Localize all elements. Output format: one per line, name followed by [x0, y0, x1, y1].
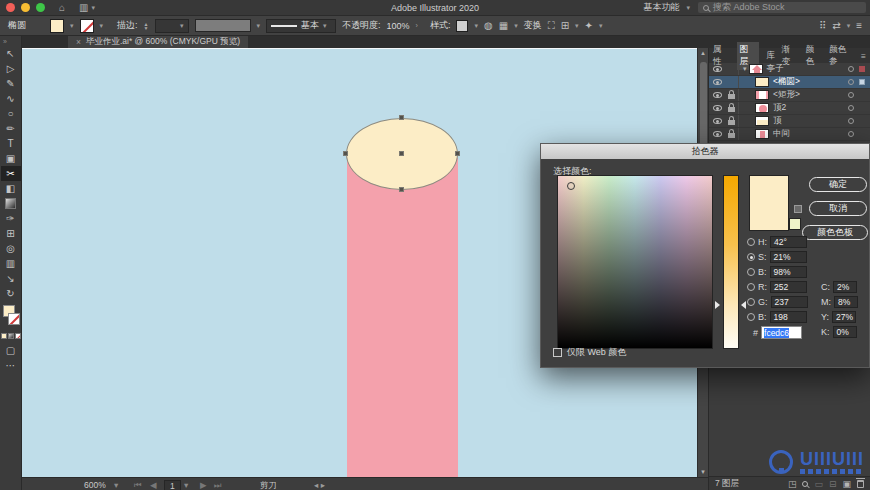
color-mode-buttons[interactable] [1, 333, 21, 339]
minimize-window-button[interactable] [21, 3, 30, 12]
b2-value-field[interactable]: 198 [770, 311, 807, 323]
fill-stroke-indicator[interactable] [1, 305, 21, 331]
layer-name[interactable]: 顶 [773, 115, 782, 127]
artboard-number-field[interactable]: 1 [164, 480, 181, 490]
chevron-down-icon[interactable]: ▾ [575, 22, 579, 30]
layer-name[interactable]: <矩形> [773, 89, 800, 101]
s-value-field[interactable]: 21% [770, 251, 807, 263]
rotate-view-tool[interactable]: ↻ [1, 286, 21, 301]
layer-name[interactable]: 顶2 [773, 102, 786, 114]
home-icon[interactable]: ⌂ [59, 2, 65, 13]
chevron-down-icon[interactable]: ▾ [257, 22, 261, 30]
new-layer-icon[interactable]: ▣ [842, 479, 851, 489]
type-tool[interactable]: T [1, 136, 21, 151]
align-objects-icon[interactable]: ⊞ [561, 20, 569, 31]
g-radio[interactable] [747, 298, 755, 306]
layer-row[interactable]: 顶2 [709, 102, 870, 115]
visibility-eye-icon[interactable] [713, 79, 722, 85]
transform-label[interactable]: 变换 [524, 19, 542, 32]
ok-button[interactable]: 确定 [809, 177, 867, 192]
layer-name[interactable]: <椭圆> [773, 76, 800, 88]
target-circle[interactable] [848, 131, 854, 137]
close-window-button[interactable] [6, 3, 15, 12]
target-circle[interactable] [848, 66, 854, 72]
fill-color-swatch[interactable] [50, 19, 64, 33]
layer-thumbnail[interactable] [755, 103, 769, 113]
dialog-title[interactable]: 拾色器 [541, 144, 869, 159]
bounding-box-icon[interactable]: ⛶ [548, 20, 555, 32]
chevron-right-icon[interactable]: › [416, 22, 418, 29]
arrange-documents-icon[interactable]: ▥ [79, 2, 88, 13]
share-icon[interactable]: ⇄ [832, 20, 840, 31]
layer-row-selected[interactable]: <椭圆> [709, 76, 870, 89]
document-setup-icon[interactable]: ◍ [484, 20, 493, 31]
direct-selection-tool[interactable]: ▷ [1, 61, 21, 76]
slice-tool[interactable]: ▥ [1, 256, 21, 271]
h-radio[interactable] [747, 238, 755, 246]
gradient-tool[interactable] [1, 196, 21, 211]
chevron-down-icon[interactable]: ▾ [70, 22, 74, 30]
zoom-window-button[interactable] [36, 3, 45, 12]
workspace-switcher[interactable]: 基本功能 ▾ [643, 1, 690, 14]
anchor-point-top[interactable] [399, 115, 404, 120]
pen-tool[interactable]: ✎ [1, 76, 21, 91]
stroke-color-swatch[interactable] [80, 19, 94, 33]
stock-search-input[interactable]: 搜索 Adobe Stock [698, 2, 866, 13]
c-value-field[interactable]: 2% [833, 281, 857, 293]
hex-value-field[interactable]: fcedc6 [761, 326, 802, 339]
stroke-weight-stepper[interactable]: ▲▼ [144, 22, 149, 30]
zoom-level[interactable]: 600% [84, 480, 106, 490]
new-sublayer-icon[interactable]: ⊟ [829, 479, 837, 489]
r-radio[interactable] [747, 283, 755, 291]
chevron-down-icon[interactable]: ▾ [599, 22, 603, 30]
saturation-slider[interactable] [723, 175, 739, 349]
checkbox-icon[interactable] [553, 348, 562, 357]
layer-row[interactable]: <矩形> [709, 89, 870, 102]
none-button[interactable] [15, 333, 21, 339]
hand-tool[interactable]: ↘ [1, 271, 21, 286]
color-field[interactable] [557, 175, 713, 349]
lock-toggle[interactable] [725, 76, 739, 88]
align-options-icon[interactable]: ▦ [499, 20, 508, 31]
scroll-down-icon[interactable]: ▾ [698, 468, 708, 476]
panel-collapse-icon[interactable]: » [0, 36, 6, 46]
lock-icon[interactable] [728, 133, 735, 138]
target-circle[interactable] [848, 79, 854, 85]
chevron-down-icon[interactable]: ▾ [847, 22, 851, 30]
prev-artboard-icon[interactable]: ◀ [150, 480, 157, 490]
chevron-down-icon[interactable]: ▾ [514, 22, 518, 30]
cancel-button[interactable]: 取消 [809, 201, 867, 216]
color-field-marker[interactable] [567, 182, 575, 190]
s-radio[interactable] [747, 253, 755, 261]
layer-thumbnail[interactable] [755, 77, 769, 87]
close-tab-icon[interactable]: × [76, 37, 81, 47]
lock-toggle[interactable] [725, 63, 739, 75]
curvature-tool[interactable]: ∿ [1, 91, 21, 106]
layer-name[interactable]: 中间 [773, 128, 790, 140]
ellipse-tool[interactable]: ○ [1, 106, 21, 121]
target-circle[interactable] [848, 118, 854, 124]
layer-row[interactable]: 中间 [709, 128, 870, 141]
panel-menu-icon[interactable]: ≡ [856, 20, 862, 31]
slider-arrow-right[interactable] [741, 301, 746, 309]
visibility-eye-icon[interactable] [713, 131, 722, 137]
next-artboard-icon[interactable]: ▶ [200, 480, 207, 490]
layer-thumbnail[interactable] [755, 90, 769, 100]
document-tab[interactable]: × 毕业作业.ai* @ 600% (CMYK/GPU 预览) [68, 36, 248, 48]
lock-icon[interactable] [728, 120, 735, 125]
lock-icon[interactable] [728, 107, 735, 112]
pink-rectangle-shape[interactable] [347, 158, 458, 477]
m-value-field[interactable]: 8% [834, 296, 858, 308]
lock-icon[interactable] [728, 94, 735, 99]
collect-for-export-icon[interactable]: ◳ [788, 479, 797, 489]
color-swatches-button[interactable]: 颜色色板 [802, 225, 868, 240]
slider-arrow-left[interactable] [715, 301, 720, 309]
g-value-field[interactable]: 237 [771, 296, 808, 308]
visibility-eye-icon[interactable] [713, 66, 722, 72]
delete-layer-icon[interactable] [857, 480, 864, 488]
visibility-eye-icon[interactable] [713, 118, 722, 124]
anchor-point-right[interactable] [455, 151, 460, 156]
scroll-up-icon[interactable]: ▴ [698, 49, 708, 57]
draw-mode-icon[interactable]: ▢ [1, 343, 21, 358]
visibility-eye-icon[interactable] [713, 105, 722, 111]
